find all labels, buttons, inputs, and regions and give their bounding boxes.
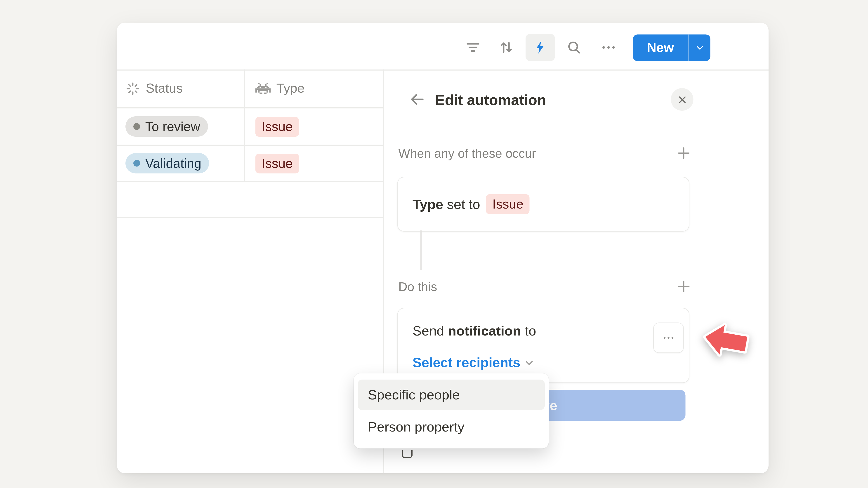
ellipsis-icon bbox=[662, 331, 675, 345]
close-button[interactable] bbox=[671, 88, 693, 111]
menu-item-label: Person property bbox=[368, 419, 465, 435]
table-cell-status[interactable]: Validating bbox=[125, 153, 209, 173]
status-dot bbox=[133, 123, 140, 130]
table-line bbox=[117, 181, 383, 182]
new-button-label[interactable]: New bbox=[633, 35, 688, 61]
status-spinner-icon bbox=[125, 81, 140, 96]
toolbar-divider bbox=[117, 70, 769, 70]
automations-button[interactable] bbox=[526, 34, 555, 61]
type-tag: Issue bbox=[255, 117, 299, 137]
action-emphasis: notification bbox=[448, 323, 521, 339]
column-header-status[interactable]: Status bbox=[125, 70, 183, 107]
status-pill: To review bbox=[125, 116, 208, 137]
add-trigger-plus-icon[interactable] bbox=[677, 146, 691, 160]
action-suffix: to bbox=[521, 323, 536, 339]
action-card-text: Send notification to bbox=[412, 320, 536, 342]
menu-item-person-property[interactable]: Person property bbox=[358, 412, 545, 442]
trigger-verb: set to bbox=[443, 196, 484, 212]
column-header-label: Status bbox=[146, 81, 183, 96]
add-action-plus-icon[interactable] bbox=[677, 279, 691, 294]
lightning-icon bbox=[533, 40, 548, 55]
annotation-arrow-icon bbox=[699, 319, 753, 366]
connector-line bbox=[421, 230, 422, 270]
filter-icon[interactable] bbox=[465, 39, 481, 55]
ellipsis-icon[interactable] bbox=[600, 39, 617, 55]
search-icon[interactable] bbox=[566, 39, 582, 55]
menu-item-specific-people[interactable]: Specific people bbox=[358, 380, 545, 410]
trigger-value-tag: Issue bbox=[486, 194, 530, 214]
recipients-dropdown-menu: Specific people Person property bbox=[354, 373, 549, 449]
table-cell-status[interactable]: To review bbox=[125, 116, 208, 137]
panel-title: Edit automation bbox=[435, 92, 546, 109]
menu-item-label: Specific people bbox=[368, 387, 460, 403]
view-toolbar: New bbox=[117, 23, 769, 70]
stage: New Status bbox=[0, 0, 868, 488]
column-header-type[interactable]: Type bbox=[255, 70, 305, 107]
chevron-down-icon bbox=[524, 357, 535, 368]
select-recipients-dropdown[interactable]: Select recipients bbox=[412, 355, 534, 370]
trigger-property: Type bbox=[412, 196, 443, 212]
status-pill-label: Validating bbox=[145, 156, 202, 171]
table-line bbox=[117, 217, 383, 218]
column-header-label: Type bbox=[276, 81, 305, 96]
chevron-down-icon[interactable] bbox=[689, 35, 710, 61]
status-pill-label: To review bbox=[145, 119, 200, 134]
table-cell-type[interactable]: Issue bbox=[255, 117, 299, 137]
table-cell-type[interactable]: Issue bbox=[255, 154, 299, 173]
table-column-divider bbox=[244, 70, 245, 181]
action-more-button[interactable] bbox=[653, 323, 684, 353]
trigger-card[interactable]: Type set to Issue bbox=[397, 177, 690, 232]
status-pill: Validating bbox=[125, 153, 209, 173]
type-tag: Issue bbox=[255, 154, 299, 173]
trigger-section-label: When any of these occur bbox=[399, 147, 536, 161]
select-recipients-label[interactable]: Select recipients bbox=[412, 355, 520, 370]
new-button[interactable]: New bbox=[633, 35, 710, 61]
action-card[interactable]: Send notification to Select recipients bbox=[397, 308, 690, 383]
clipped-hidden-icon bbox=[402, 450, 413, 458]
trigger-card-text: Type set to Issue bbox=[412, 177, 530, 231]
action-prefix: Send bbox=[412, 323, 448, 339]
sort-icon[interactable] bbox=[498, 39, 514, 55]
action-section-label: Do this bbox=[399, 280, 437, 294]
back-arrow-icon[interactable] bbox=[408, 90, 427, 108]
table-line bbox=[117, 144, 383, 145]
close-icon bbox=[677, 94, 688, 105]
app-window: New Status bbox=[117, 23, 769, 473]
space-invader-icon bbox=[255, 83, 271, 94]
status-dot bbox=[133, 160, 140, 167]
table-line bbox=[117, 107, 383, 108]
